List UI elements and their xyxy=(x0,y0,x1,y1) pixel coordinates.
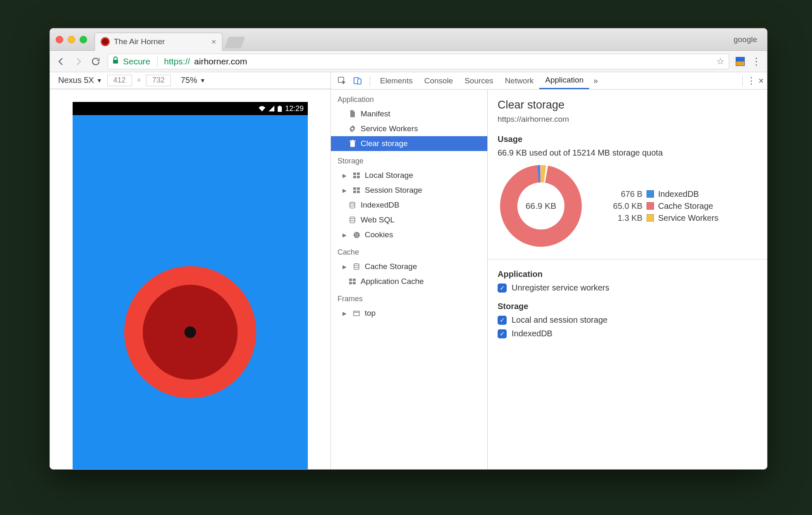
viewport-height-input[interactable] xyxy=(146,75,171,86)
svg-rect-29 xyxy=(349,282,352,284)
window-minimize-button[interactable] xyxy=(68,36,75,43)
device-mode-icon[interactable] xyxy=(352,76,363,86)
svg-rect-13 xyxy=(353,176,356,178)
sidebar-item-manifest[interactable]: Manifest xyxy=(331,106,487,121)
window-close-button[interactable] xyxy=(56,36,63,43)
svg-rect-1 xyxy=(278,106,282,112)
airhorn-button[interactable] xyxy=(124,266,256,398)
browser-menu-button[interactable]: ⋮ xyxy=(751,56,761,67)
checkbox-local-session[interactable]: ✓ Local and session storage xyxy=(498,315,757,325)
group-frames: Frames xyxy=(331,289,487,306)
tab-network[interactable]: Network xyxy=(499,72,540,89)
secure-label: Secure xyxy=(123,57,151,66)
svg-rect-31 xyxy=(354,311,359,316)
devtools-pane: Elements Console Sources Network Applica… xyxy=(330,72,767,469)
sidebar-item-indexeddb[interactable]: IndexedDB xyxy=(331,198,487,213)
viewport-width-input[interactable] xyxy=(107,75,132,86)
sidebar-item-session-storage[interactable]: ▶ Session Storage xyxy=(331,183,487,198)
devtools-tabs: Elements Console Sources Network Applica… xyxy=(331,72,767,90)
usage-legend: 676 B IndexedDB 65.0 KB Cache Storage 1.… xyxy=(603,189,718,223)
devtools-close-icon[interactable]: × xyxy=(758,76,764,86)
device-emulation-pane: Nexus 5X ▼ × 75% ▼ 12:29 xyxy=(50,72,330,469)
cookie-icon xyxy=(352,232,361,239)
group-application: Application xyxy=(331,90,487,106)
grid-icon xyxy=(352,172,361,178)
svg-rect-15 xyxy=(353,187,356,190)
back-button[interactable] xyxy=(56,56,66,67)
tab-elements[interactable]: Elements xyxy=(374,72,418,89)
group-cache: Cache xyxy=(331,242,487,259)
window-maximize-button[interactable] xyxy=(80,36,87,43)
caret-icon: ▶ xyxy=(342,232,348,238)
usage-text: 66.9 KB used out of 15214 MB storage quo… xyxy=(498,148,757,158)
window-controls xyxy=(56,36,87,43)
svg-rect-2 xyxy=(279,106,281,106)
sidebar-item-service-workers[interactable]: Service Workers xyxy=(331,121,487,136)
airhorn-inner xyxy=(143,285,238,380)
checkbox-checked-icon: ✓ xyxy=(498,283,507,293)
tab-sources[interactable]: Sources xyxy=(459,72,499,89)
sidebar-item-application-cache[interactable]: Application Cache xyxy=(331,274,487,289)
application-heading: Application xyxy=(498,269,757,279)
legend-swatch-icon xyxy=(647,190,654,198)
devtools-menu-button[interactable]: ⋮ xyxy=(747,76,756,86)
application-sidebar: Application Manifest Service Workers Cle… xyxy=(331,90,488,469)
svg-rect-8 xyxy=(350,142,355,147)
device-toolbar: Nexus 5X ▼ × 75% ▼ xyxy=(50,72,330,90)
sidebar-item-top-frame[interactable]: ▶ top xyxy=(331,306,487,321)
file-icon xyxy=(348,110,356,118)
grid-icon xyxy=(352,187,361,193)
svg-rect-11 xyxy=(353,172,356,175)
checkbox-indexeddb[interactable]: ✓ IndexedDB xyxy=(498,329,757,338)
tab-console[interactable]: Console xyxy=(418,72,459,89)
reload-button[interactable] xyxy=(90,56,101,67)
wifi-icon xyxy=(259,106,265,111)
usage-donut-chart: 66.9 KB xyxy=(498,163,584,249)
sidebar-item-local-storage[interactable]: ▶ Local Storage xyxy=(331,168,487,183)
address-bar: Secure https://airhorner.com ☆ ⋮ xyxy=(50,51,767,72)
sidebar-item-cookies[interactable]: ▶ Cookies xyxy=(331,227,487,242)
svg-rect-27 xyxy=(349,279,352,281)
browser-tab[interactable]: The Air Horner × xyxy=(94,33,222,51)
zoom-select[interactable]: 75% ▼ xyxy=(181,76,205,85)
browser-window: The Air Horner × google Secure https://a… xyxy=(50,28,767,470)
svg-rect-30 xyxy=(353,282,356,284)
emulated-phone-screen[interactable]: 12:29 xyxy=(73,102,308,469)
checkbox-unregister-sw[interactable]: ✓ Unregister service workers xyxy=(498,283,757,293)
profile-label[interactable]: google xyxy=(734,35,757,44)
url-field[interactable]: Secure https://airhorner.com ☆ xyxy=(108,54,729,69)
tab-favicon-icon xyxy=(101,37,110,46)
tab-close-icon[interactable]: × xyxy=(211,37,216,47)
device-viewport: 12:29 xyxy=(50,90,330,469)
legend-row-service-workers: 1.3 KB Service Workers xyxy=(603,213,718,223)
caret-icon: ▶ xyxy=(342,187,348,194)
signal-icon xyxy=(269,106,274,111)
lock-icon xyxy=(112,57,119,66)
caret-icon: ▶ xyxy=(342,310,348,317)
svg-point-23 xyxy=(357,234,358,234)
forward-button[interactable] xyxy=(73,56,84,67)
checkbox-checked-icon: ✓ xyxy=(498,329,507,338)
sidebar-item-web-sql[interactable]: Web SQL xyxy=(331,213,487,227)
chevron-down-icon: ▼ xyxy=(97,77,102,84)
svg-rect-10 xyxy=(352,140,354,141)
extension-icon[interactable] xyxy=(736,57,745,66)
sidebar-item-clear-storage[interactable]: Clear storage xyxy=(331,136,487,151)
svg-point-21 xyxy=(354,232,360,238)
gear-icon xyxy=(348,125,356,132)
tab-application[interactable]: Application xyxy=(539,72,589,89)
more-tabs-icon[interactable]: » xyxy=(593,76,598,85)
separator xyxy=(157,57,158,66)
caret-icon: ▶ xyxy=(342,172,348,179)
new-tab-button[interactable] xyxy=(224,37,245,48)
device-select[interactable]: Nexus 5X ▼ xyxy=(58,76,102,85)
clear-storage-panel: Clear storage https://airhorner.com Usag… xyxy=(488,90,767,469)
inspect-element-icon[interactable] xyxy=(337,76,347,86)
svg-rect-5 xyxy=(358,79,361,84)
zoom-value: 75% xyxy=(181,76,197,85)
tab-title: The Air Horner xyxy=(114,37,207,46)
grid-icon xyxy=(348,279,356,284)
sidebar-item-cache-storage[interactable]: ▶ Cache Storage xyxy=(331,259,487,274)
bookmark-star-icon[interactable]: ☆ xyxy=(716,56,725,67)
svg-rect-16 xyxy=(357,187,360,190)
